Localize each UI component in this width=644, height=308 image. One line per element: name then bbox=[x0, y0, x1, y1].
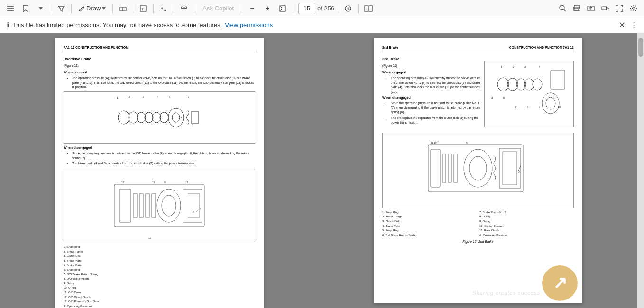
search-button[interactable] bbox=[556, 2, 569, 15]
svg-rect-81 bbox=[431, 149, 440, 187]
svg-point-86 bbox=[469, 156, 487, 180]
svg-text:A: A bbox=[193, 210, 194, 213]
svg-text:8: 8 bbox=[164, 181, 166, 184]
left-diagram-top: 1 2 3 4 5 6 bbox=[64, 91, 255, 144]
left-disengaged-list: Since the operating pressure is not sent… bbox=[64, 151, 255, 166]
fullscreen-button[interactable] bbox=[613, 2, 626, 15]
settings-button[interactable] bbox=[627, 2, 640, 15]
svg-rect-50 bbox=[146, 194, 149, 217]
view-permissions-link[interactable]: View permissions bbox=[225, 21, 273, 28]
right-header-right: CONSTRUCTION AND FUNCTION 7A1-13 bbox=[509, 45, 574, 50]
left-diagram-main: 12 11 8 13 13 A bbox=[64, 169, 255, 242]
svg-text:3: 3 bbox=[143, 95, 145, 98]
share-button[interactable] bbox=[584, 2, 598, 15]
permission-close-button[interactable]: ✕ bbox=[618, 20, 626, 30]
bookmark-dropdown-button[interactable] bbox=[34, 2, 47, 15]
left-parts-list: 1. Snap Ring 2. Brake Flange 3. Clutch D… bbox=[64, 245, 255, 308]
zoom-out-button[interactable]: − bbox=[246, 2, 259, 15]
svg-rect-26 bbox=[602, 7, 606, 10]
page-back-button[interactable] bbox=[341, 2, 355, 15]
svg-text:6: 6 bbox=[192, 124, 193, 127]
multi-page-button[interactable] bbox=[362, 2, 375, 15]
print-button[interactable] bbox=[570, 2, 583, 15]
svg-text:A: A bbox=[164, 9, 166, 12]
right-engaged-item-1: The operating pressure (A), switched by … bbox=[391, 76, 480, 94]
svg-text:1: 1 bbox=[117, 96, 119, 99]
svg-point-39 bbox=[152, 112, 161, 123]
right-content: 2nd Brake (Figure 12) When engaged The o… bbox=[382, 57, 574, 131]
menu-button[interactable] bbox=[4, 2, 17, 15]
svg-rect-83 bbox=[448, 154, 451, 182]
svg-point-28 bbox=[633, 7, 635, 9]
svg-text:4: 4 bbox=[539, 65, 540, 68]
left-engaged-title: When engaged bbox=[64, 70, 255, 75]
textbox-button[interactable]: T bbox=[137, 2, 150, 15]
bookmark-button[interactable] bbox=[19, 2, 32, 15]
resize-handle[interactable]: ⋮ bbox=[630, 21, 637, 29]
sep11 bbox=[358, 4, 359, 13]
sep1 bbox=[51, 4, 51, 13]
font-size-button[interactable]: AA bbox=[157, 2, 170, 15]
sep4 bbox=[133, 4, 133, 13]
svg-text:1: 1 bbox=[501, 65, 502, 68]
svg-text:11 10 7: 11 10 7 bbox=[431, 141, 439, 144]
svg-text:9: 9 bbox=[539, 106, 540, 109]
svg-text:11: 11 bbox=[152, 181, 155, 184]
content-area: 7A1-12 CONSTRUCTION AND FUNCTION Overdri… bbox=[0, 33, 644, 308]
left-figure-ref: (Figure 11) bbox=[64, 63, 255, 68]
sep8 bbox=[242, 4, 242, 13]
svg-rect-51 bbox=[152, 194, 156, 217]
svg-text:2: 2 bbox=[129, 95, 130, 98]
svg-text:5: 5 bbox=[546, 99, 547, 101]
left-engaged-item-1: The operating pressure (A), switched by … bbox=[72, 76, 255, 90]
svg-rect-47 bbox=[119, 189, 131, 222]
left-engaged-list: The operating pressure (A), switched by … bbox=[64, 76, 255, 90]
svg-rect-44 bbox=[191, 112, 199, 123]
watermark-arrow-icon: ↗ bbox=[553, 271, 567, 295]
toolbar: Draw T AA Ask Copilot − + 15 of 256 bbox=[0, 0, 644, 17]
draw-label: Draw bbox=[86, 5, 101, 12]
svg-rect-65 bbox=[551, 70, 565, 89]
scroll-thumb[interactable] bbox=[638, 38, 643, 57]
sep7 bbox=[194, 4, 194, 13]
left-section-title: Overdrive Brake bbox=[64, 57, 255, 62]
eraser-button[interactable] bbox=[116, 2, 129, 15]
read-aloud-button[interactable] bbox=[598, 2, 612, 15]
right-section-title: 2nd Brake bbox=[382, 57, 480, 62]
svg-text:2: 2 bbox=[513, 65, 514, 68]
svg-point-19 bbox=[560, 5, 564, 10]
right-header-left: 2nd Brake bbox=[382, 45, 398, 50]
svg-point-42 bbox=[172, 113, 180, 122]
left-disengaged-title: When disengaged bbox=[64, 145, 255, 150]
filter-button[interactable] bbox=[55, 2, 68, 15]
permission-message: This file has limited permissions. You m… bbox=[12, 21, 222, 28]
right-figure-caption: Figure 12. 2nd Brake bbox=[382, 239, 574, 244]
svg-rect-18 bbox=[369, 6, 372, 11]
page-number-input[interactable]: 15 bbox=[298, 3, 315, 14]
left-header-left: 7A1-12 CONSTRUCTION AND FUNCTION bbox=[64, 45, 128, 50]
zoom-in-button[interactable]: + bbox=[261, 2, 274, 15]
svg-text:3: 3 bbox=[524, 65, 526, 68]
svg-point-52 bbox=[157, 189, 181, 222]
draw-button[interactable]: Draw bbox=[75, 3, 109, 13]
ask-copilot-button[interactable]: Ask Copilot bbox=[198, 3, 239, 13]
reading-mode-button[interactable] bbox=[177, 2, 191, 15]
svg-marker-27 bbox=[606, 7, 608, 10]
watermark-circle: ↗ bbox=[542, 265, 578, 301]
fit-page-button[interactable] bbox=[276, 2, 289, 15]
svg-text:7: 7 bbox=[515, 106, 516, 109]
right-parts-list: 1. Snap Ring 2. Brake Flange 3. Clutch D… bbox=[382, 210, 574, 238]
svg-rect-49 bbox=[139, 194, 143, 217]
svg-point-85 bbox=[464, 149, 492, 187]
svg-rect-82 bbox=[442, 154, 446, 182]
svg-text:6: 6 bbox=[466, 141, 468, 144]
svg-text:12: 12 bbox=[121, 181, 124, 184]
svg-point-40 bbox=[160, 112, 168, 123]
scrollbar[interactable] bbox=[637, 33, 644, 308]
right-figure-ref: (Figure 12) bbox=[382, 63, 480, 68]
right-engaged-list: The operating pressure (A), switched by … bbox=[382, 76, 480, 94]
right-engaged-title: When engaged bbox=[382, 70, 480, 75]
right-page: 2nd Brake CONSTRUCTION AND FUNCTION 7A1-… bbox=[374, 38, 582, 303]
svg-point-37 bbox=[137, 112, 146, 123]
right-diagram-top: 1 2 3 4 bbox=[484, 61, 574, 127]
